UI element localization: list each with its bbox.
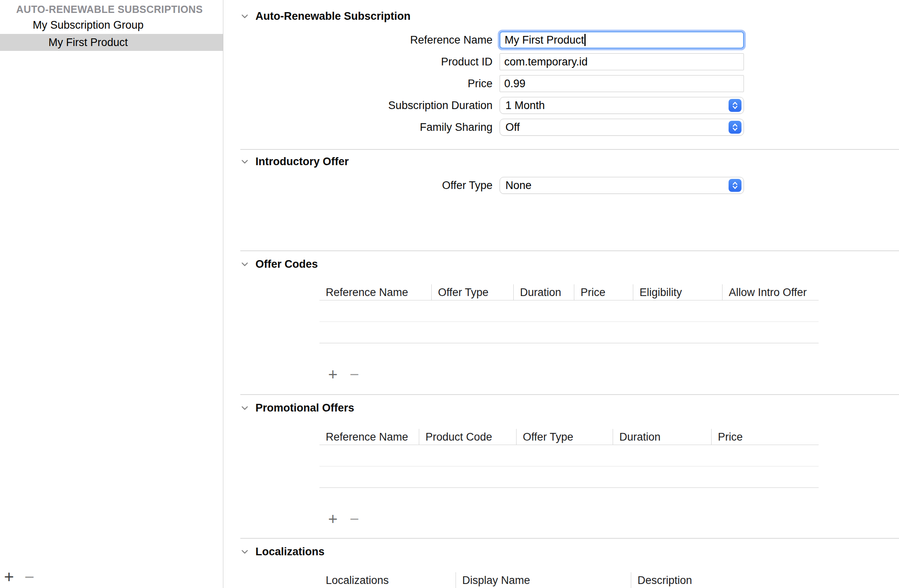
empty-table-row: [319, 300, 819, 322]
sidebar-footer: + −: [0, 567, 34, 587]
disclosure-chevron-icon[interactable]: [240, 157, 249, 166]
column-header[interactable]: Allow Intro Offer: [722, 284, 819, 300]
section-offer-codes: Offer Codes Reference Name Offer Type Du…: [224, 256, 899, 384]
column-header[interactable]: Reference Name: [319, 284, 431, 300]
offer-type-popup[interactable]: None: [500, 177, 744, 194]
sidebar: AUTO-RENEWABLE SUBSCRIPTIONS My Subscrip…: [0, 0, 223, 588]
column-header[interactable]: Duration: [613, 429, 711, 445]
disclosure-chevron-icon[interactable]: [240, 260, 249, 269]
add-offer-code-button[interactable]: +: [328, 366, 338, 382]
reference-name-input[interactable]: My First Product: [500, 32, 744, 48]
sidebar-item-label: My First Product: [48, 36, 128, 49]
popup-value: Off: [506, 121, 520, 134]
table-header-row: Localizations Display Name Description: [319, 572, 819, 588]
sidebar-item-first-product[interactable]: My First Product: [0, 34, 223, 51]
subscription-duration-label: Subscription Duration: [224, 99, 493, 112]
section-auto-renewable-subscription: Auto-Renewable Subscription Reference Na…: [224, 8, 899, 141]
column-header[interactable]: Price: [574, 284, 633, 300]
section-title: Localizations: [256, 546, 325, 558]
column-header[interactable]: Product Code: [419, 429, 516, 445]
column-header[interactable]: Offer Type: [431, 284, 513, 300]
storekit-configuration-window: AUTO-RENEWABLE SUBSCRIPTIONS My Subscrip…: [0, 0, 899, 588]
subscription-duration-popup[interactable]: 1 Month: [500, 97, 744, 114]
offer-codes-table: Reference Name Offer Type Duration Price…: [319, 284, 819, 343]
family-sharing-label: Family Sharing: [224, 121, 493, 134]
section-divider: [240, 538, 899, 539]
popup-value: None: [506, 179, 532, 192]
popup-chevrons-icon: [729, 99, 741, 112]
detail-pane: Auto-Renewable Subscription Reference Na…: [224, 0, 899, 588]
column-header[interactable]: Description: [631, 572, 819, 588]
popup-chevrons-icon: [729, 121, 741, 134]
sidebar-group-header: AUTO-RENEWABLE SUBSCRIPTIONS: [16, 4, 203, 15]
section-title: Auto-Renewable Subscription: [256, 10, 411, 23]
section-promotional-offers: Promotional Offers Reference Name Produc…: [224, 400, 899, 528]
remove-item-button[interactable]: −: [25, 569, 35, 586]
remove-promotional-offer-button[interactable]: −: [350, 511, 359, 527]
section-divider: [240, 394, 899, 395]
text-cursor: [584, 34, 586, 46]
offer-type-label: Offer Type: [224, 179, 493, 192]
input-value: My First Product: [505, 34, 584, 46]
section-title: Introductory Offer: [256, 155, 349, 168]
promotional-offers-table: Reference Name Product Code Offer Type D…: [319, 429, 819, 488]
table-header-row: Reference Name Product Code Offer Type D…: [319, 429, 819, 445]
localizations-table: Localizations Display Name Description: [319, 572, 819, 588]
column-header[interactable]: Offer Type: [516, 429, 613, 445]
reference-name-label: Reference Name: [224, 34, 493, 46]
disclosure-chevron-icon[interactable]: [240, 547, 249, 556]
popup-value: 1 Month: [506, 99, 545, 112]
column-header[interactable]: Eligibility: [633, 284, 722, 300]
add-item-button[interactable]: +: [4, 569, 14, 586]
offer-codes-controls: + −: [328, 365, 899, 384]
promotional-offers-controls: + −: [328, 510, 899, 528]
price-label: Price: [224, 78, 493, 90]
section-title: Offer Codes: [256, 258, 318, 271]
section-divider: [240, 250, 899, 251]
remove-offer-code-button[interactable]: −: [350, 366, 359, 382]
product-id-input[interactable]: [500, 53, 744, 70]
empty-table-row: [319, 445, 819, 466]
column-header[interactable]: Duration: [513, 284, 574, 300]
table-header-row: Reference Name Offer Type Duration Price…: [319, 284, 819, 300]
section-title: Promotional Offers: [256, 402, 355, 414]
price-input[interactable]: [500, 75, 744, 92]
popup-chevrons-icon: [729, 179, 741, 192]
column-header[interactable]: Display Name: [456, 572, 631, 588]
sidebar-item-label: My Subscription Group: [33, 19, 144, 32]
section-localizations: Localizations Localizations Display Name…: [224, 544, 899, 588]
column-header[interactable]: Price: [711, 429, 819, 445]
disclosure-chevron-icon[interactable]: [240, 12, 249, 21]
empty-table-row: [319, 466, 819, 488]
sidebar-item-subscription-group[interactable]: My Subscription Group: [0, 17, 223, 34]
column-header[interactable]: Reference Name: [319, 429, 419, 445]
empty-table-row: [319, 322, 819, 343]
section-introductory-offer: Introductory Offer Offer Type None: [224, 153, 899, 199]
disclosure-chevron-icon[interactable]: [240, 403, 249, 412]
add-promotional-offer-button[interactable]: +: [328, 511, 338, 527]
column-header[interactable]: Localizations: [319, 572, 456, 588]
family-sharing-popup[interactable]: Off: [500, 119, 744, 136]
product-id-label: Product ID: [224, 56, 493, 68]
section-divider: [240, 149, 899, 150]
